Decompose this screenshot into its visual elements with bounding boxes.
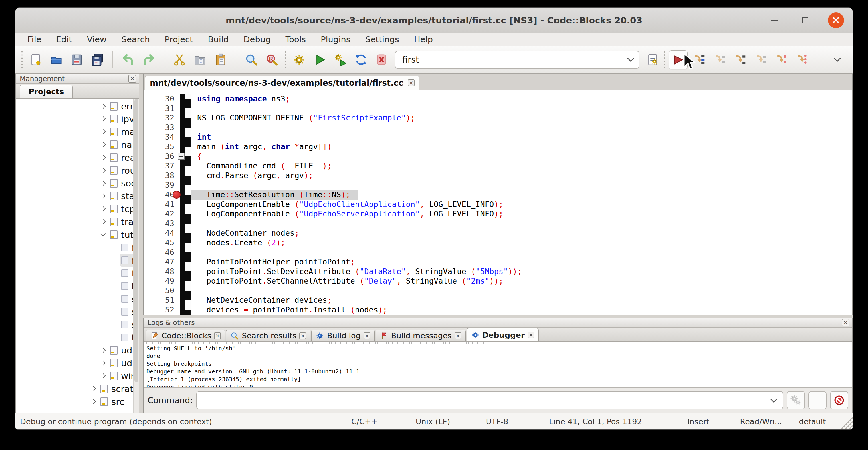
code-area[interactable]: 30using namespace ns3;3132NS_LOG_COMPONE… — [144, 90, 852, 315]
code-token: cmd — [197, 171, 220, 180]
editor-tab-first-cc[interactable]: mnt/dev/tools/source/ns-3-dev/examples/t… — [145, 76, 420, 90]
build-and-run-button[interactable] — [331, 50, 350, 69]
debugger-log[interactable]: Setting SHELL to '/bin/sh'doneSetting br… — [144, 342, 852, 388]
menu-item-file[interactable]: File — [20, 33, 49, 46]
tab-close-button[interactable]: × — [214, 332, 221, 339]
tab-close-button[interactable]: × — [364, 332, 370, 339]
menu-item-search[interactable]: Search — [114, 33, 157, 46]
minimize-button[interactable] — [767, 12, 782, 28]
new-file-button[interactable] — [26, 50, 45, 69]
menu-item-project[interactable]: Project — [157, 33, 200, 46]
code-token: argv — [281, 171, 304, 180]
find-button[interactable] — [242, 50, 261, 69]
debugging-windows-button[interactable] — [787, 391, 805, 410]
status-insert-mode: Insert — [662, 417, 734, 426]
target-options-button[interactable] — [644, 50, 662, 69]
tree-item-src[interactable]: src — [90, 395, 128, 408]
file-icon — [121, 333, 128, 341]
chevron-right-icon — [100, 180, 105, 186]
code-token: SetResolution — [234, 190, 299, 199]
tab-close-button[interactable]: × — [528, 331, 534, 338]
replace-button[interactable]: R — [262, 50, 281, 69]
menu-item-debug[interactable]: Debug — [236, 33, 278, 46]
toolbar-overflow-button[interactable] — [829, 50, 845, 69]
margin-checker — [185, 223, 191, 229]
menu-item-edit[interactable]: Edit — [49, 33, 80, 46]
step-into-button[interactable] — [731, 50, 749, 69]
redo-button[interactable] — [139, 50, 158, 69]
run-button[interactable] — [310, 50, 329, 69]
editor-margin — [180, 142, 191, 152]
tree-scrollbar-thumb[interactable] — [134, 99, 138, 382]
code-text — [191, 247, 197, 257]
tab-projects[interactable]: Projects — [20, 85, 73, 98]
save-all-button[interactable] — [88, 50, 107, 69]
editor-tab-close-button[interactable]: × — [408, 79, 414, 86]
build-target-combo[interactable]: first — [395, 51, 640, 68]
stop-debugger-button[interactable] — [830, 391, 848, 410]
undo-button[interactable] — [119, 50, 137, 69]
save-file-icon — [70, 53, 83, 66]
logs-close-button[interactable]: × — [842, 319, 849, 326]
tab-debugger[interactable]: Debugger× — [467, 328, 539, 341]
toolbar-drag-handle[interactable] — [21, 50, 23, 69]
next-instruction-button[interactable] — [772, 50, 790, 69]
close-button[interactable]: × — [828, 12, 844, 28]
toolbar-drag-handle[interactable] — [663, 50, 666, 69]
maximize-button[interactable] — [797, 12, 813, 28]
command-dropdown-button[interactable] — [764, 392, 783, 409]
step-into-instruction-button[interactable] — [792, 50, 811, 69]
code-token: ( — [294, 200, 299, 209]
step-out-button[interactable] — [751, 50, 770, 69]
build-button[interactable] — [290, 50, 309, 69]
cut-button[interactable] — [170, 50, 189, 69]
management-close-button[interactable]: × — [128, 75, 136, 83]
tree-scrollbar[interactable] — [133, 98, 139, 413]
breakpoint-marker[interactable] — [173, 191, 181, 199]
editor-margin — [180, 152, 191, 161]
rebuild-button[interactable] — [351, 50, 370, 69]
menu-item-help[interactable]: Help — [407, 33, 440, 46]
tab-code-blocks[interactable]: Code::Blocks× — [146, 330, 225, 341]
open-file-button[interactable] — [47, 50, 66, 69]
code-token: Install — [313, 305, 350, 314]
copy-button[interactable] — [191, 50, 210, 69]
fold-marker[interactable] — [178, 153, 185, 160]
logs-splitter[interactable] — [143, 315, 852, 318]
menu-item-plugins[interactable]: Plugins — [313, 33, 358, 46]
app-window: mnt/dev/tools/source/ns-3-dev/examples/t… — [16, 8, 852, 429]
code-text: NetDeviceContainer devices; — [191, 295, 332, 305]
code-token: , — [420, 209, 424, 218]
code-token: , — [406, 267, 411, 276]
paste-button[interactable] — [211, 50, 230, 69]
tab-search-results[interactable]: Search results× — [226, 330, 310, 341]
panel-splitter[interactable] — [139, 74, 143, 413]
project-tree[interactable]: erroipv6matnamreallroutsockstattcptraflt… — [16, 98, 139, 408]
menu-item-build[interactable]: Build — [200, 33, 236, 46]
tree-item-tcp[interactable]: tcp — [100, 203, 138, 215]
tree-item-scratch[interactable]: scratch — [90, 382, 139, 395]
code-text: PointToPointHelper pointToPoint; — [191, 257, 355, 267]
title-bar[interactable]: mnt/dev/tools/source/ns-3-dev/examples/t… — [16, 8, 852, 33]
line-number: 32 — [144, 113, 180, 123]
command-input[interactable] — [197, 392, 764, 409]
menu-item-tools[interactable]: Tools — [278, 33, 313, 46]
tab-build-log[interactable]: Build log× — [311, 330, 375, 341]
save-file-button[interactable] — [67, 50, 86, 69]
folder-icon — [110, 153, 118, 162]
toolbar-drag-handle[interactable] — [284, 50, 287, 69]
tree-item-label: tcp — [121, 204, 135, 214]
tab-close-button[interactable]: × — [455, 332, 461, 339]
log-line: Debugger name and version: GNU gdb (Ubun… — [146, 368, 852, 376]
tab-build-messages[interactable]: Build messages× — [375, 330, 466, 341]
menu-item-settings[interactable]: Settings — [358, 33, 407, 46]
abort-build-button[interactable] — [372, 50, 391, 69]
next-line-button[interactable] — [710, 50, 729, 69]
copy-log-button[interactable] — [808, 391, 827, 410]
debugger-tab-icon — [471, 331, 479, 339]
menu-item-view[interactable]: View — [80, 33, 114, 46]
line-number: 45 — [144, 238, 180, 247]
resize-grip[interactable] — [838, 415, 852, 429]
tab-close-button[interactable]: × — [299, 332, 306, 339]
margin-checker — [185, 281, 191, 286]
